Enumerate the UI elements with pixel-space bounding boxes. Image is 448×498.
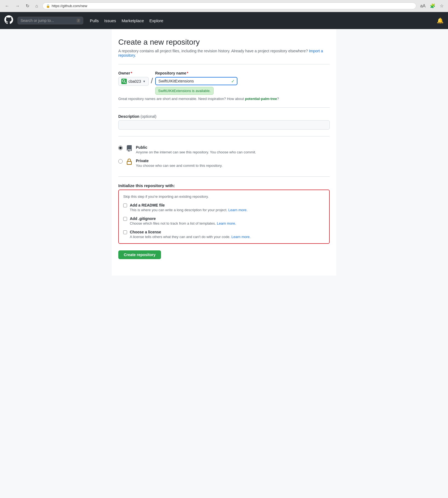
public-label-group: Public Anyone on the internet can see th… bbox=[136, 145, 256, 154]
readme-option: Add a README file This is where you can … bbox=[123, 203, 325, 212]
browser-right-icons: aA 🧩 ☆ bbox=[419, 2, 445, 10]
license-label: Choose a license bbox=[130, 230, 251, 234]
nav-marketplace[interactable]: Marketplace bbox=[122, 18, 144, 23]
search-bar[interactable]: Search or jump to... / bbox=[18, 17, 83, 24]
license-label-group: Choose a license A license tells others … bbox=[130, 230, 251, 239]
star-icon[interactable]: ☆ bbox=[439, 2, 445, 10]
readme-desc: This is where you can write a long descr… bbox=[130, 208, 248, 212]
slash-separator: / bbox=[151, 77, 153, 85]
subtitle-text: A repository contains all project files,… bbox=[118, 49, 308, 53]
gitignore-checkbox[interactable] bbox=[123, 217, 127, 221]
init-box: Skip this step if you're importing an ex… bbox=[118, 190, 330, 244]
browser-chrome: ← → ↻ ⌂ 🔒 https://github.com/new aA 🧩 ☆ bbox=[0, 0, 448, 12]
page-subtitle: A repository contains all project files,… bbox=[118, 49, 330, 58]
owner-avatar bbox=[121, 79, 127, 84]
main-content: Create a new repository A repository con… bbox=[112, 29, 336, 276]
private-label-group: Private You choose who can see and commi… bbox=[136, 159, 223, 168]
private-desc: You choose who can see and commit to thi… bbox=[136, 164, 223, 168]
gitignore-label-group: Add .gitignore Choose which files not to… bbox=[130, 216, 236, 225]
page-title: Create a new repository bbox=[118, 38, 330, 47]
owner-name: cba023 bbox=[128, 79, 141, 84]
search-placeholder-text: Search or jump to... bbox=[21, 18, 54, 23]
divider-2 bbox=[118, 107, 330, 108]
private-option: Private You choose who can see and commi… bbox=[118, 156, 330, 170]
nav-issues[interactable]: Issues bbox=[104, 18, 116, 23]
nav-bell[interactable]: 🔔 bbox=[437, 17, 444, 24]
owner-select[interactable]: cba023 ▼ bbox=[118, 77, 149, 86]
private-radio[interactable] bbox=[118, 159, 123, 164]
owner-label: Owner* bbox=[118, 71, 149, 75]
slash-key: / bbox=[77, 19, 80, 22]
back-button[interactable]: ← bbox=[3, 2, 11, 10]
gitignore-desc: Choose which files not to track from a l… bbox=[130, 221, 236, 225]
license-checkbox[interactable] bbox=[123, 230, 127, 234]
nav-links: Pulls Issues Marketplace Explore bbox=[90, 18, 163, 23]
suggestion-name: potential-palm-tree bbox=[245, 97, 277, 101]
public-option: Public Anyone on the internet can see th… bbox=[118, 143, 330, 156]
home-button[interactable]: ⌂ bbox=[34, 2, 40, 10]
gitignore-option: Add .gitignore Choose which files not to… bbox=[123, 216, 325, 225]
extensions-icon[interactable]: 🧩 bbox=[429, 2, 436, 10]
public-radio[interactable] bbox=[118, 146, 123, 150]
license-learn-more[interactable]: Learn more. bbox=[231, 235, 251, 239]
divider-3 bbox=[118, 136, 330, 136]
repo-name-label: Repository name* bbox=[155, 71, 237, 75]
repo-name-wrapper: ✓ SwiftUIKitExtensions is available. bbox=[155, 77, 237, 85]
public-label: Public bbox=[136, 145, 256, 150]
license-option: Choose a license A license tells others … bbox=[123, 230, 325, 239]
check-icon: ✓ bbox=[231, 79, 235, 84]
refresh-button[interactable]: ↻ bbox=[24, 2, 31, 10]
init-skip-text: Skip this step if you're importing an ex… bbox=[123, 194, 325, 199]
caret-down-icon: ▼ bbox=[143, 80, 146, 83]
owner-field-group: Owner* cba023 ▼ bbox=[118, 71, 149, 86]
license-desc: A license tells others what they can and… bbox=[130, 235, 251, 239]
lock-icon: 🔒 bbox=[46, 4, 50, 8]
readme-checkbox[interactable] bbox=[123, 204, 127, 207]
divider-4 bbox=[118, 176, 330, 177]
description-input[interactable] bbox=[118, 120, 330, 130]
description-label: Description (optional) bbox=[118, 114, 330, 119]
readme-label: Add a README file bbox=[130, 203, 248, 207]
github-logo[interactable] bbox=[4, 15, 13, 26]
public-icon bbox=[126, 145, 133, 152]
private-label: Private bbox=[136, 159, 223, 163]
suggestion-text: Great repository names are short and mem… bbox=[118, 97, 330, 101]
public-desc: Anyone on the internet can see this repo… bbox=[136, 150, 256, 154]
url-text: https://github.com/new bbox=[52, 4, 87, 8]
gitignore-learn-more[interactable]: Learn more. bbox=[217, 221, 236, 225]
private-icon bbox=[126, 159, 133, 165]
readme-label-group: Add a README file This is where you can … bbox=[130, 203, 248, 212]
gitignore-label: Add .gitignore bbox=[130, 216, 236, 221]
divider-1 bbox=[118, 64, 330, 64]
init-title: Initialize this repository with: bbox=[118, 183, 330, 188]
forward-button[interactable]: → bbox=[14, 2, 21, 10]
github-nav: Search or jump to... / Pulls Issues Mark… bbox=[0, 12, 448, 29]
nav-explore[interactable]: Explore bbox=[150, 18, 163, 23]
readme-learn-more[interactable]: Learn more. bbox=[228, 208, 248, 212]
aaa-icon[interactable]: aA bbox=[419, 2, 427, 10]
repo-name-field-group: Repository name* ✓ SwiftUIKitExtensions … bbox=[155, 71, 237, 85]
nav-pulls[interactable]: Pulls bbox=[90, 18, 99, 23]
url-bar[interactable]: 🔒 https://github.com/new bbox=[42, 2, 417, 9]
repo-name-input[interactable] bbox=[155, 77, 237, 85]
available-tooltip: SwiftUIKitExtensions is available. bbox=[155, 87, 214, 95]
create-repository-button[interactable]: Create repository bbox=[118, 250, 161, 259]
description-section: Description (optional) bbox=[118, 114, 330, 130]
